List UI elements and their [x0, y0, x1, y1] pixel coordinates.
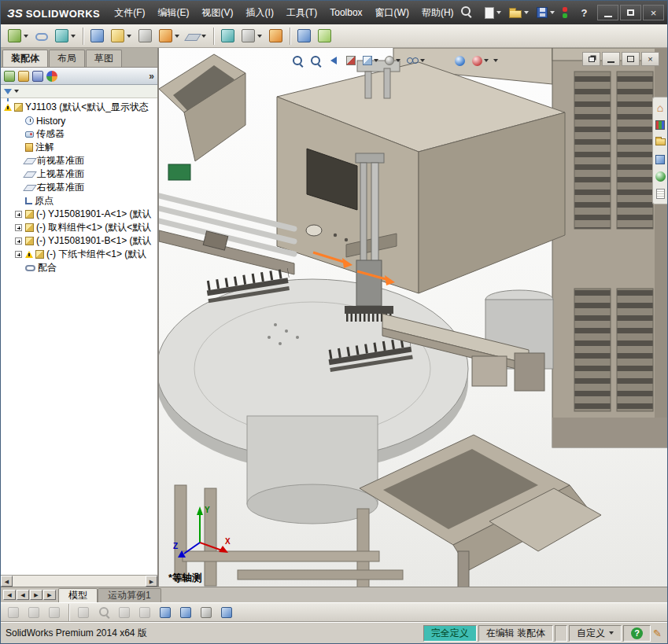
scrollbar-track[interactable]	[13, 576, 146, 587]
explode-line-sketch-button[interactable]	[294, 26, 314, 46]
expand-icon[interactable]	[15, 224, 22, 231]
help-icon[interactable]: ?	[575, 7, 594, 19]
tab-last-icon[interactable]: ▶	[43, 590, 56, 600]
panel-horizontal-scrollbar[interactable]: ◀ ▶	[1, 575, 157, 587]
smart-fasteners-button[interactable]	[87, 26, 107, 46]
tree-item-mates[interactable]: 配合	[2, 261, 157, 274]
tree-item-sensors[interactable]: 传感器	[2, 127, 157, 141]
chevron-down-icon[interactable]	[201, 35, 206, 38]
edit-appearance-button[interactable]	[452, 53, 467, 68]
tree-item-front-plane[interactable]: 前视基准面	[2, 154, 157, 167]
menu-item-help[interactable]: 帮助(H)	[415, 1, 460, 24]
hide-show-items-button[interactable]	[404, 53, 427, 68]
split-window-button[interactable]	[197, 604, 216, 620]
display-style-button[interactable]	[382, 53, 403, 68]
open-button[interactable]	[506, 4, 532, 21]
overflow-chevron-icon[interactable]: »	[149, 71, 154, 82]
view-orientation-button[interactable]	[360, 53, 381, 68]
expand-icon[interactable]	[15, 237, 22, 245]
status-custom[interactable]: 自定义	[569, 625, 622, 642]
new-motion-study-button[interactable]	[218, 26, 238, 46]
chevron-down-icon[interactable]	[71, 35, 76, 38]
chevron-down-icon[interactable]	[24, 35, 28, 38]
interference-detection-button[interactable]	[315, 26, 334, 46]
menu-item-window[interactable]: 窗口(W)	[369, 1, 415, 24]
menu-item-edit[interactable]: 编辑(E)	[152, 1, 196, 24]
chevron-down-icon[interactable]	[257, 35, 262, 38]
search-icon[interactable]	[460, 6, 472, 20]
zoom-area-button[interactable]	[308, 53, 324, 68]
section-view-button[interactable]	[343, 53, 359, 68]
doc-close-button[interactable]: ×	[641, 52, 659, 66]
previous-view-button[interactable]	[326, 53, 341, 68]
status-edit-pencil-icon[interactable]: ✎	[653, 627, 662, 639]
chevron-down-icon[interactable]	[550, 11, 555, 14]
property-manager-tab-icon[interactable]	[18, 71, 29, 82]
chevron-down-icon[interactable]	[496, 11, 501, 14]
new-document-button[interactable]	[482, 4, 504, 21]
scroll-left-icon[interactable]: ◀	[1, 576, 13, 587]
window-layout-button[interactable]	[156, 604, 175, 620]
tab-layout[interactable]: 布局	[49, 50, 85, 67]
tab-assembly[interactable]: 装配体	[2, 50, 48, 67]
filter-funnel-icon[interactable]	[4, 89, 12, 94]
tree-item-origin[interactable]: 原点	[2, 194, 157, 208]
insert-components-button[interactable]	[5, 26, 31, 46]
apply-scene-button[interactable]	[470, 53, 491, 68]
configuration-manager-tab-icon[interactable]	[32, 71, 43, 82]
chevron-down-icon[interactable]	[524, 11, 529, 14]
resources-button[interactable]: ⌂	[654, 101, 667, 114]
menu-item-view[interactable]: 视图(V)	[196, 1, 240, 24]
save-button[interactable]	[533, 4, 558, 21]
appearances-button[interactable]	[654, 170, 667, 183]
expand-icon[interactable]	[15, 251, 22, 258]
show-hidden-components-button[interactable]	[135, 26, 155, 46]
doc-restore-button[interactable]	[582, 52, 600, 66]
design-tree-tab-icon[interactable]	[4, 71, 15, 82]
close-button[interactable]: ×	[643, 5, 664, 20]
minimize-button[interactable]	[597, 5, 618, 20]
connection-status-icon[interactable]	[559, 7, 570, 18]
exploded-view-button[interactable]	[266, 26, 286, 46]
bill-of-materials-button[interactable]	[238, 26, 265, 46]
assembly-3d-model[interactable]	[159, 48, 667, 587]
chevron-down-icon[interactable]	[484, 59, 489, 62]
reference-geometry-button[interactable]	[183, 26, 209, 46]
custom-properties-button[interactable]	[654, 187, 667, 201]
scroll-right-icon[interactable]: ▶	[146, 576, 157, 587]
chevron-down-icon[interactable]	[609, 631, 614, 635]
status-help-icon[interactable]: ?	[631, 627, 643, 639]
tree-item-right-plane[interactable]: 右视基准面	[2, 181, 157, 194]
tab-model[interactable]: 模型	[58, 588, 98, 602]
status-help-segment[interactable]: ?	[623, 625, 651, 642]
mate-button[interactable]	[32, 26, 51, 46]
view-palette-button[interactable]	[654, 153, 667, 166]
graphics-viewport[interactable]: × ⌂ Y X Z *	[159, 48, 667, 587]
grid-view-button[interactable]	[217, 604, 236, 620]
design-library-button[interactable]	[654, 118, 667, 131]
tab-sketch[interactable]: 草图	[86, 50, 122, 67]
zoom-fit-button[interactable]	[290, 53, 306, 68]
file-explorer-button[interactable]	[654, 135, 667, 149]
tree-item-top-plane[interactable]: 上视基准面	[2, 167, 157, 181]
tree-item-annotations[interactable]: 注解	[2, 141, 157, 154]
tree-item-component-pickup[interactable]: (-) 取料组件<1> (默认<默认	[2, 221, 157, 234]
doc-minimize-button[interactable]	[602, 52, 620, 66]
tree-item-history[interactable]: History	[2, 114, 157, 127]
maximize-button[interactable]	[620, 5, 641, 20]
menu-item-insert[interactable]: 插入(I)	[240, 1, 280, 24]
tree-item-component-a[interactable]: (-) YJ15081901-A<1> (默认	[2, 208, 157, 221]
menu-item-tools[interactable]: 工具(T)	[280, 1, 323, 24]
chevron-down-icon[interactable]	[396, 59, 400, 62]
linear-component-pattern-button[interactable]	[52, 26, 79, 46]
menu-item-file[interactable]: 文件(F)	[108, 1, 151, 24]
tab-motion-study[interactable]: 运动算例1	[98, 588, 161, 602]
chevron-down-icon[interactable]	[175, 35, 179, 38]
tree-item-root[interactable]: YJ1103 (默认<默认_显示状态	[2, 101, 157, 114]
chevron-down-icon[interactable]	[493, 59, 498, 62]
doc-maximize-button[interactable]	[622, 52, 640, 66]
tab-next-icon[interactable]: ▶	[30, 590, 42, 600]
chevron-down-icon[interactable]	[14, 90, 19, 93]
move-component-button[interactable]	[108, 26, 135, 46]
chevron-down-icon[interactable]	[420, 59, 425, 62]
